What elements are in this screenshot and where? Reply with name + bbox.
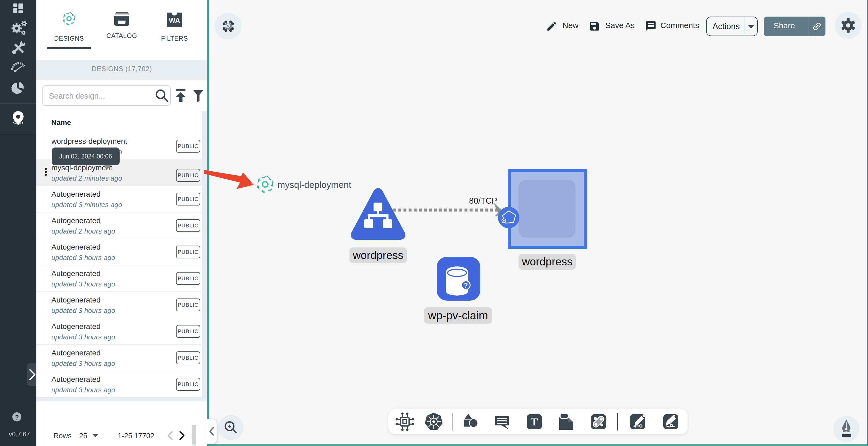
svg-text:WA: WA xyxy=(169,16,180,24)
svg-text:FILTERS: FILTERS xyxy=(161,35,188,42)
svg-text:?: ? xyxy=(15,414,19,421)
svg-text:Name: Name xyxy=(51,118,71,127)
svg-text:CATALOG: CATALOG xyxy=(106,32,137,39)
svg-text:T: T xyxy=(531,415,538,428)
svg-text:v0.7.67: v0.7.67 xyxy=(9,431,30,438)
svg-text:DESIGNS: DESIGNS xyxy=(54,35,84,42)
